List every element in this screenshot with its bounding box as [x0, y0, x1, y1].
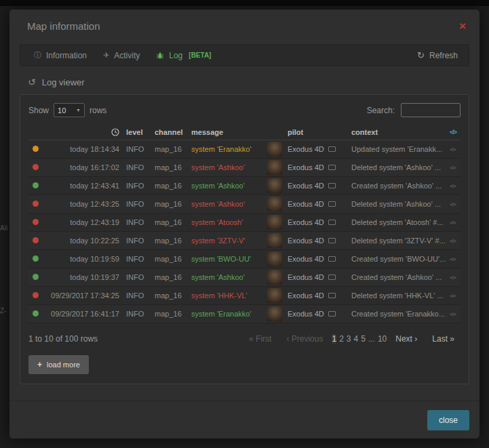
tab-information[interactable]: ⓘ Information: [26, 45, 95, 66]
table-row[interactable]: today 12:43:25 INFO map_16 system 'Ashko…: [28, 195, 461, 213]
row-data-icon[interactable]: </>: [450, 238, 461, 244]
log-message: system 'Atoosh': [191, 218, 267, 226]
page-size-value: 10: [58, 106, 66, 115]
status-dot-icon: [33, 310, 39, 317]
row-data-icon[interactable]: </>: [450, 146, 461, 152]
log-time: today 12:43:25: [46, 200, 126, 208]
level-column-header[interactable]: level: [126, 128, 155, 136]
background-top-bar: [0, 0, 489, 6]
pager-page-10[interactable]: 10: [378, 334, 387, 344]
log-channel: map_16: [155, 255, 191, 263]
status-dot-icon: [33, 146, 39, 152]
log-channel: map_16: [155, 200, 191, 208]
dialog-header: Map information ×: [9, 9, 480, 40]
pilot-name: Exodus 4D: [288, 291, 324, 300]
pilot-info-icon: [328, 293, 336, 298]
log-time: today 16:17:02: [46, 163, 126, 171]
log-time: today 18:14:34: [46, 145, 126, 153]
tab-activity-label: Activity: [114, 51, 140, 60]
pilot-cell: Exodus 4D: [288, 200, 351, 208]
table-row[interactable]: 09/29/2017 16:41:17 INFO map_16 system '…: [28, 305, 461, 323]
dialog-title: Map information: [27, 20, 100, 32]
pager-page-1[interactable]: 1: [332, 334, 336, 344]
row-data-icon[interactable]: </>: [450, 201, 461, 207]
pilot-avatar: [267, 233, 282, 248]
pager-last[interactable]: Last »: [426, 331, 461, 346]
table-row[interactable]: today 18:14:34 INFO map_16 system 'Erana…: [28, 140, 461, 159]
chevron-down-icon: ▼: [76, 108, 81, 113]
table-row[interactable]: 09/29/2017 17:34:25 INFO map_16 system '…: [28, 287, 461, 305]
context-column-header[interactable]: context: [351, 128, 450, 136]
pager-next[interactable]: Next ›: [389, 331, 423, 346]
pager-previous[interactable]: ‹ Previous: [280, 331, 329, 346]
table-row[interactable]: today 12:43:41 INFO map_16 system 'Ashko…: [28, 177, 461, 195]
row-data-icon[interactable]: </>: [450, 165, 461, 171]
search-label: Search:: [367, 106, 395, 115]
load-more-button[interactable]: + load more: [28, 355, 89, 374]
refresh-icon: ↻: [417, 50, 425, 60]
pager-page-5[interactable]: 5: [361, 334, 366, 344]
message-column-header[interactable]: message: [191, 128, 267, 136]
pilot-name: Exodus 4D: [288, 255, 324, 263]
log-time: 09/29/2017 17:34:25: [46, 291, 126, 300]
log-message: system 'Ashkoo': [191, 200, 267, 208]
log-viewer-label: Log viewer: [42, 77, 85, 87]
row-data-icon[interactable]: </>: [450, 274, 461, 281]
pilot-avatar: [267, 270, 282, 285]
pilot-column-header[interactable]: pilot: [288, 128, 351, 136]
table-row[interactable]: today 16:17:02 INFO map_16 system 'Ashko…: [28, 159, 461, 177]
table-row[interactable]: today 10:22:25 INFO map_16 system '3ZTV-…: [28, 232, 461, 250]
pager-first[interactable]: « First: [243, 331, 277, 346]
log-context: Created system 'Eranakko...: [351, 310, 450, 318]
pilot-info-icon: [328, 220, 336, 225]
log-channel: map_16: [155, 273, 191, 281]
history-icon: ↺: [28, 77, 36, 87]
tab-log[interactable]: Log [BETA]: [148, 45, 219, 66]
pager-page-4[interactable]: 4: [354, 334, 359, 344]
channel-column-header[interactable]: channel: [155, 128, 191, 136]
pilot-cell: Exodus 4D: [288, 218, 351, 226]
log-context: Created system 'Ashkoo' ...: [351, 182, 450, 190]
log-channel: map_16: [155, 182, 191, 190]
pilot-avatar: [267, 160, 282, 175]
table-row[interactable]: today 10:19:37 INFO map_16 system 'Ashko…: [28, 268, 461, 287]
pilot-avatar: [267, 251, 282, 266]
status-dot-icon: [33, 256, 39, 262]
row-data-icon[interactable]: </>: [450, 183, 461, 189]
search-input[interactable]: [401, 103, 461, 117]
log-context: Created system 'BWO-UU'...: [351, 255, 450, 263]
pilot-name: Exodus 4D: [288, 145, 324, 153]
rows-label: rows: [90, 106, 106, 115]
table-row[interactable]: today 12:43:19 INFO map_16 system 'Atoos…: [28, 213, 461, 232]
log-table: level channel message pilot context </> …: [28, 124, 461, 323]
close-button[interactable]: close: [427, 410, 469, 430]
log-context: Deleted system 'Ashkoo' ...: [351, 200, 450, 208]
log-channel: map_16: [155, 145, 191, 153]
row-data-icon[interactable]: </>: [450, 293, 461, 299]
row-data-icon[interactable]: </>: [450, 256, 461, 262]
log-context: Created system 'Ashkoo' ...: [351, 273, 450, 281]
rows-summary: 1 to 10 of 100 rows: [28, 334, 98, 344]
close-icon[interactable]: ×: [459, 20, 466, 32]
pilot-name: Exodus 4D: [288, 310, 324, 318]
log-viewer-heading: ↺ Log viewer: [28, 77, 469, 87]
pager-page-2[interactable]: 2: [339, 334, 344, 344]
row-data-icon[interactable]: </>: [450, 220, 461, 226]
refresh-button[interactable]: ↻ Refresh: [412, 50, 463, 60]
dialog-footer: close: [9, 401, 480, 439]
backdrop-system-label: Z-: [0, 307, 6, 314]
pilot-name: Exodus 4D: [288, 273, 324, 281]
row-data-icon[interactable]: </>: [450, 311, 461, 317]
log-context: Deleted system 'Atoosh' #...: [351, 218, 450, 226]
log-message: system 'Ashkoo': [191, 163, 267, 171]
bug-icon: [156, 52, 164, 60]
log-level: INFO: [126, 200, 155, 208]
log-message: system 'BWO-UU': [191, 255, 267, 263]
log-level: INFO: [126, 145, 155, 153]
pager-page-3[interactable]: 3: [347, 334, 351, 344]
page-size-select[interactable]: 10 ▼: [54, 103, 85, 117]
pilot-avatar: [267, 197, 282, 211]
tab-activity[interactable]: ✈ Activity: [95, 45, 148, 66]
table-row[interactable]: today 10:19:59 INFO map_16 system 'BWO-U…: [28, 250, 461, 268]
log-context: Updated system 'Eranakk...: [351, 145, 450, 153]
